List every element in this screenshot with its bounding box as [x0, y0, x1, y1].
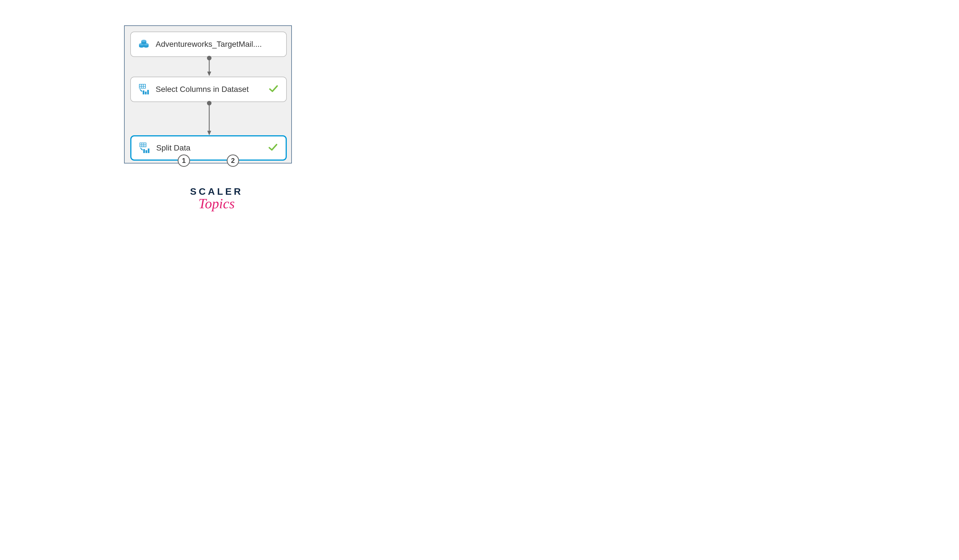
- svg-rect-22: [147, 90, 149, 94]
- logo-line2: Topics: [190, 195, 243, 212]
- scaler-topics-logo: SCALER Topics: [190, 186, 243, 212]
- node-select-columns[interactable]: Select Columns in Dataset: [130, 77, 287, 102]
- port-label: 2: [231, 157, 234, 165]
- select-columns-icon: [137, 83, 151, 96]
- node-select-columns-label: Select Columns in Dataset: [156, 85, 286, 94]
- output-port-1[interactable]: 1: [178, 154, 190, 167]
- output-port-2[interactable]: 2: [227, 154, 239, 167]
- node-dataset-label: Adventureworks_TargetMail....: [156, 40, 286, 49]
- split-data-icon: [138, 141, 151, 155]
- checkmark-icon: [268, 143, 278, 153]
- svg-rect-28: [143, 149, 145, 153]
- experiment-canvas[interactable]: Adventureworks_TargetMail.... Select Col…: [124, 25, 292, 164]
- svg-rect-21: [145, 92, 147, 94]
- node-dataset[interactable]: Adventureworks_TargetMail....: [130, 32, 287, 57]
- edge-select-to-split: [206, 101, 212, 136]
- svg-point-14: [141, 40, 147, 42]
- database-icon: [137, 38, 151, 51]
- node-split-data[interactable]: Split Data: [130, 135, 287, 161]
- svg-rect-20: [143, 91, 144, 94]
- checkmark-icon: [269, 84, 278, 95]
- svg-marker-2: [207, 72, 211, 76]
- node-split-data-label: Split Data: [156, 143, 286, 153]
- svg-rect-29: [145, 150, 147, 153]
- edge-dataset-to-select: [206, 56, 212, 77]
- svg-rect-30: [148, 148, 150, 153]
- svg-marker-5: [207, 131, 211, 135]
- port-label: 1: [182, 157, 186, 165]
